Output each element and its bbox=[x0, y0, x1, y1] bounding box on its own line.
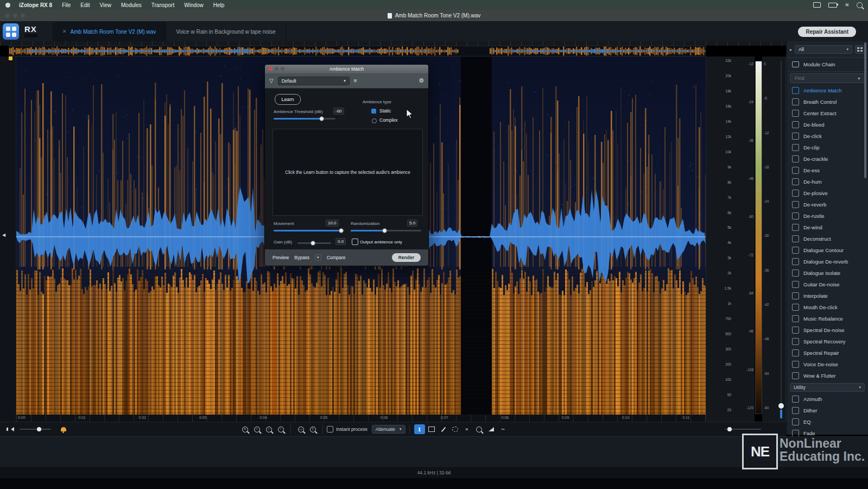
module-item-dialogue-contour[interactable]: Dialogue Contour bbox=[787, 244, 868, 256]
zoom-time-icon[interactable]: ↔ bbox=[295, 424, 306, 434]
complex-radio[interactable] bbox=[372, 118, 377, 123]
threshold-value[interactable]: -60 bbox=[333, 108, 344, 115]
complex-label[interactable]: Complex bbox=[379, 117, 398, 123]
module-item-interpolate[interactable]: Interpolate bbox=[787, 290, 868, 302]
preview-button[interactable]: Preview bbox=[273, 255, 289, 260]
module-item-wow-flutter[interactable]: Wow & Flutter bbox=[787, 370, 868, 381]
settings-gear-icon[interactable]: ⚙ bbox=[419, 77, 424, 84]
menu-window[interactable]: Window bbox=[184, 2, 204, 8]
panel-collapse-icon[interactable]: ◀ bbox=[2, 233, 5, 237]
module-item-de-bleed[interactable]: De-bleed bbox=[787, 119, 868, 130]
gain-slider[interactable] bbox=[297, 242, 331, 244]
preset-menu-icon[interactable]: ≡ bbox=[354, 78, 357, 84]
brush-selection-tool[interactable] bbox=[438, 424, 449, 434]
waveform-overview[interactable] bbox=[9, 46, 706, 57]
utility-item-azimuth[interactable]: Azimuth bbox=[787, 393, 868, 405]
spotlight-icon[interactable] bbox=[857, 2, 863, 8]
display-icon[interactable] bbox=[813, 2, 821, 8]
meter-fader-knob[interactable] bbox=[778, 403, 784, 409]
filter-funnel-icon[interactable]: ▼ bbox=[857, 77, 861, 80]
gain-value[interactable]: 0.0 bbox=[335, 238, 346, 245]
menu-modules[interactable]: Modules bbox=[121, 2, 142, 8]
module-item-voice-de-noise[interactable]: Voice De-noise bbox=[787, 359, 868, 370]
instant-process-module-dropdown[interactable]: Attenuate ▾ bbox=[372, 425, 406, 434]
module-item-de-rustle[interactable]: De-rustle bbox=[787, 210, 868, 222]
module-chain-item[interactable]: Module Chain bbox=[787, 59, 868, 70]
volume-knob[interactable] bbox=[37, 427, 41, 431]
dialog-zoom-icon[interactable] bbox=[281, 67, 284, 71]
module-item-dialogue-isolate[interactable]: Dialogue Isolate bbox=[787, 267, 868, 279]
bypass-button[interactable]: Bypass bbox=[294, 255, 309, 260]
find-box[interactable]: ▼ bbox=[790, 73, 865, 83]
magic-wand-tool[interactable]: + bbox=[462, 424, 473, 434]
time-selection-tool[interactable]: I bbox=[414, 424, 425, 434]
module-item-de-ess[interactable]: De-ess bbox=[787, 165, 868, 176]
module-item-spectral-repair[interactable]: Spectral Repair bbox=[787, 347, 868, 359]
module-item-de-reverb[interactable]: De-reverb bbox=[787, 199, 868, 210]
apple-icon[interactable] bbox=[5, 3, 10, 8]
horizontal-zoom-knob[interactable] bbox=[727, 427, 732, 431]
module-item-spectral-recovery[interactable]: Spectral Recovery bbox=[787, 336, 868, 347]
menu-izotope-rx-8[interactable]: iZotope RX 8 bbox=[19, 2, 52, 8]
module-item-de-wind[interactable]: De-wind bbox=[787, 222, 868, 233]
close-window-icon[interactable] bbox=[5, 14, 10, 18]
zoom-in-icon[interactable]: + bbox=[239, 424, 250, 434]
movement-slider[interactable] bbox=[274, 230, 344, 231]
module-filter-dropdown[interactable]: All ▾ bbox=[795, 45, 852, 54]
utility-section-header[interactable]: Utility ▾ bbox=[790, 383, 865, 392]
chevron-right-icon[interactable]: ▸ bbox=[790, 47, 792, 52]
module-item-de-click[interactable]: De-click bbox=[787, 130, 868, 142]
find-input[interactable] bbox=[794, 75, 855, 82]
module-item-dialogue-de-reverb[interactable]: Dialogue De-reverb bbox=[787, 256, 868, 267]
tab-close-icon[interactable]: ✕ bbox=[62, 29, 67, 34]
module-item-de-plosive[interactable]: De-plosive bbox=[787, 187, 868, 199]
zoom-window-icon[interactable] bbox=[21, 14, 25, 18]
battery-icon[interactable] bbox=[828, 3, 837, 8]
sidebar-scrollbar[interactable] bbox=[864, 42, 866, 178]
notification-bell-icon[interactable] bbox=[61, 427, 66, 431]
learn-button[interactable]: Learn bbox=[275, 94, 301, 105]
zoom-freq-icon[interactable]: ↕ bbox=[307, 424, 318, 434]
utility-item-eq[interactable]: EQ bbox=[787, 416, 868, 428]
bypass-dropdown-icon[interactable]: ▾ bbox=[315, 254, 321, 261]
zoom-fit-icon[interactable]: ◦ bbox=[275, 424, 286, 434]
module-item-guitar-de-noise[interactable]: Guitar De-noise bbox=[787, 279, 868, 290]
module-item-center-extract[interactable]: Center Extract bbox=[787, 108, 868, 119]
menu-view[interactable]: View bbox=[99, 2, 111, 8]
menu-file[interactable]: File bbox=[62, 2, 71, 8]
instant-process-checkbox[interactable] bbox=[327, 426, 333, 432]
magnify-tool[interactable] bbox=[474, 424, 485, 434]
movement-knob[interactable] bbox=[339, 228, 344, 233]
tab-voice-w-rain-in-background-w-tape-noise[interactable]: Voice w Rain in Background w tape noise bbox=[166, 22, 286, 41]
wave-tool[interactable]: ~ bbox=[498, 424, 509, 434]
static-label[interactable]: Static bbox=[379, 108, 391, 114]
dialog-titlebar[interactable]: Ambience Match bbox=[265, 65, 428, 73]
randomization-slider[interactable] bbox=[351, 230, 421, 231]
zoom-selection-icon[interactable]: ▫ bbox=[263, 424, 274, 434]
gain-knob[interactable] bbox=[311, 241, 315, 246]
repair-assistant-button[interactable]: Repair Assistant bbox=[798, 27, 856, 37]
module-item-mouth-de-click[interactable]: Mouth De-click bbox=[787, 302, 868, 313]
preset-dropdown[interactable]: Default ▾ bbox=[278, 77, 350, 85]
module-item-music-rebalance[interactable]: Music Rebalance bbox=[787, 313, 868, 324]
output-ambience-checkbox[interactable] bbox=[352, 239, 358, 245]
utility-item-dither[interactable]: Dither bbox=[787, 405, 868, 416]
menu-edit[interactable]: Edit bbox=[80, 2, 90, 8]
slope-tool[interactable] bbox=[486, 424, 497, 434]
lasso-selection-tool[interactable] bbox=[450, 424, 461, 434]
minimize-window-icon[interactable] bbox=[13, 14, 17, 18]
static-radio[interactable] bbox=[371, 109, 376, 114]
tab-amb-match-room-tone-v2-m-wav[interactable]: ✕Amb Match Room Tone V2 (M).wav bbox=[53, 22, 166, 41]
menu-transport[interactable]: Transport bbox=[151, 2, 174, 8]
render-button[interactable]: Render bbox=[392, 253, 421, 262]
horizontal-zoom-slider[interactable] bbox=[725, 429, 761, 430]
module-item-de-crackle[interactable]: De-crackle bbox=[787, 153, 868, 165]
dialog-close-icon[interactable] bbox=[269, 67, 273, 71]
threshold-slider[interactable] bbox=[274, 118, 335, 120]
playhead-flag[interactable] bbox=[9, 57, 12, 60]
wifi-icon[interactable]: ≋ bbox=[845, 2, 849, 8]
module-item-deconstruct[interactable]: Deconstruct bbox=[787, 233, 868, 244]
movement-value[interactable]: 10.0 bbox=[326, 220, 339, 227]
zoom-out-icon[interactable]: − bbox=[251, 424, 262, 434]
module-item-de-hum[interactable]: De-hum bbox=[787, 176, 868, 187]
